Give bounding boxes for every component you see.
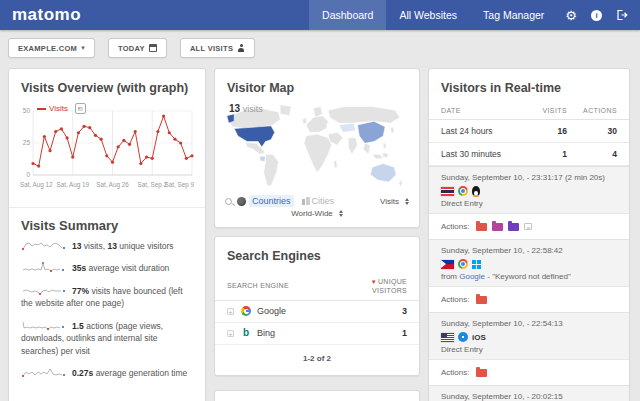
visitor-date: Sunday, September 10, - 22:54:13	[441, 319, 617, 328]
nav-item-dashboard[interactable]: Dashboard	[309, 0, 386, 30]
folder-red-icon[interactable]	[476, 296, 487, 304]
table-row-bing[interactable]: + b Bing 1	[215, 323, 419, 345]
map-visits-label: 13 visits	[229, 103, 263, 114]
person-icon	[237, 44, 245, 52]
image-gray-icon[interactable]	[524, 223, 532, 230]
row-actions: 4	[567, 149, 617, 159]
date-selector-button[interactable]: TODAY	[108, 38, 167, 58]
visitor-head: Sunday, September 10, - 23:31:17 (2 min …	[429, 166, 629, 214]
map-south-america	[264, 154, 279, 185]
calendar-icon	[149, 44, 157, 52]
segment-selector-label: ALL VISITS	[190, 44, 233, 53]
select-arrows-icon	[339, 210, 343, 217]
map-mode-cities[interactable]: Cities	[312, 196, 335, 206]
chrome-browser-icon	[458, 259, 468, 269]
map-europe	[306, 116, 328, 133]
settings-gear-icon[interactable]: ⚙	[565, 9, 577, 22]
folder-red-icon[interactable]	[476, 369, 487, 377]
visitor-log-list: Sunday, September 10, - 23:31:17 (2 min …	[429, 166, 629, 401]
map-region-select[interactable]: World-Wide	[215, 207, 419, 218]
usa-flag-icon	[441, 333, 454, 342]
visitor-date: Sunday, September 10, - 23:31:17 (2 min …	[441, 173, 617, 182]
expand-icon[interactable]: +	[227, 330, 234, 337]
row-label: Last 24 hours	[441, 126, 493, 136]
legend-line-swatch	[37, 108, 46, 110]
sort-desc-icon: ▼	[371, 279, 377, 285]
referrer-link[interactable]: Google	[459, 272, 485, 281]
visits-line-chart: 02550Sat, Aug 12Sat, Aug 19Sat, Aug 26Sa…	[19, 103, 195, 193]
realtime-table-header: DATE VISITS ACTIONS	[429, 101, 629, 120]
engine-name[interactable]: Bing	[257, 328, 275, 338]
nav-item-all-websites[interactable]: All Websites	[386, 0, 470, 30]
visitor-entry: Sunday, September 10, - 22:58:42from Goo…	[429, 239, 629, 312]
visitor-referrer: from Google - "Keyword not defined"	[441, 272, 617, 281]
info-icon[interactable]: i	[591, 10, 602, 21]
export-image-icon[interactable]	[75, 103, 86, 114]
visitor-icons: iOS	[441, 332, 617, 342]
segment-selector-button[interactable]: ALL VISITS	[180, 38, 255, 58]
visits-overview-chart: Visits 02550Sat, Aug 12Sat, Aug 19Sat, A…	[19, 103, 195, 193]
chrome-browser-icon	[458, 186, 468, 196]
summary-row-bounce: 77% visits have bounced (left the websit…	[9, 284, 205, 311]
visitor-date: Sunday, September 10, - 20:02:15	[441, 392, 617, 401]
column-header-unique-visitors[interactable]: ▼UNIQUE VISITORS	[353, 277, 407, 296]
globe-icon	[237, 197, 246, 206]
world-map[interactable]	[225, 101, 409, 193]
visitor-head: Sunday, September 10, - 20:02:15	[429, 385, 629, 401]
map-greenland	[280, 105, 291, 116]
os-label: iOS	[472, 333, 486, 342]
site-selector-button[interactable]: EXAMPLE.COM ▾	[8, 38, 95, 58]
svg-text:0: 0	[26, 171, 30, 178]
map-indonesia	[372, 154, 383, 159]
visitor-head: Sunday, September 10, - 22:58:42from Goo…	[429, 239, 629, 287]
folder-violet-icon[interactable]	[508, 223, 519, 231]
table-row-google[interactable]: + Google 3	[215, 301, 419, 323]
map-russia	[328, 107, 400, 124]
map-japan	[391, 127, 395, 133]
actions-label: Actions:	[441, 368, 469, 377]
navbar: matomo Dashboard All Websites Tag Manage…	[0, 0, 640, 30]
visitor-map-card: Visitor Map 13 visits	[214, 68, 420, 228]
svg-text:Sat, Aug 12: Sat, Aug 12	[20, 181, 53, 189]
map-metric-select[interactable]: Visits	[380, 197, 409, 206]
bing-logo-icon: b	[241, 328, 251, 338]
sparkline	[21, 319, 67, 332]
summary-row-generation: 0.27s average generation time	[9, 366, 205, 380]
selector-toolbar: EXAMPLE.COM ▾ TODAY ALL VISITS	[0, 30, 640, 66]
summary-row-duration: 35s average visit duration	[9, 261, 205, 275]
visitor-actions-row: Actions:	[429, 287, 629, 312]
actions-label: Actions:	[441, 295, 469, 304]
nav-item-tag-manager[interactable]: Tag Manager	[470, 0, 557, 30]
table-row-last-24h: Last 24 hours 16 30	[429, 120, 629, 143]
map-mode-countries[interactable]: Countries	[249, 195, 294, 207]
engine-value: 3	[402, 306, 407, 316]
actions-label: Actions:	[441, 222, 469, 231]
zoom-out-icon[interactable]	[225, 198, 232, 205]
folder-magenta-icon[interactable]	[492, 223, 503, 231]
linux-os-icon	[472, 186, 480, 196]
map-se-asia	[363, 143, 370, 154]
search-engines-title: Search Engines	[215, 237, 419, 269]
column-header-search-engine[interactable]: SEARCH ENGINE	[227, 277, 289, 289]
matomo-logo[interactable]: matomo	[12, 5, 81, 25]
left-column-card: Visits Overview (with graph) Visits 0255…	[8, 68, 206, 401]
folder-red-icon[interactable]	[476, 223, 487, 231]
thailand-flag-icon	[441, 187, 454, 196]
realtime-title: Visitors in Real-time	[429, 69, 629, 101]
safari-browser-icon	[458, 332, 468, 342]
svg-text:50: 50	[23, 107, 31, 114]
expand-icon[interactable]: +	[227, 308, 234, 315]
engine-value: 1	[402, 328, 407, 338]
next-widget-card	[214, 390, 420, 401]
sparkline	[21, 261, 67, 274]
date-selector-label: TODAY	[118, 44, 145, 53]
visitor-actions-row: Actions:	[429, 214, 629, 239]
visits-overview-title: Visits Overview (with graph)	[9, 69, 205, 101]
row-visits: 1	[521, 149, 567, 159]
visitor-head: Sunday, September 10, - 22:54:13iOSDirec…	[429, 312, 629, 360]
visitor-actions-row: Actions:	[429, 360, 629, 385]
select-arrows-icon	[405, 198, 409, 205]
engine-name[interactable]: Google	[257, 306, 286, 316]
column-header-date: DATE	[441, 107, 461, 114]
signout-icon[interactable]	[616, 9, 628, 21]
